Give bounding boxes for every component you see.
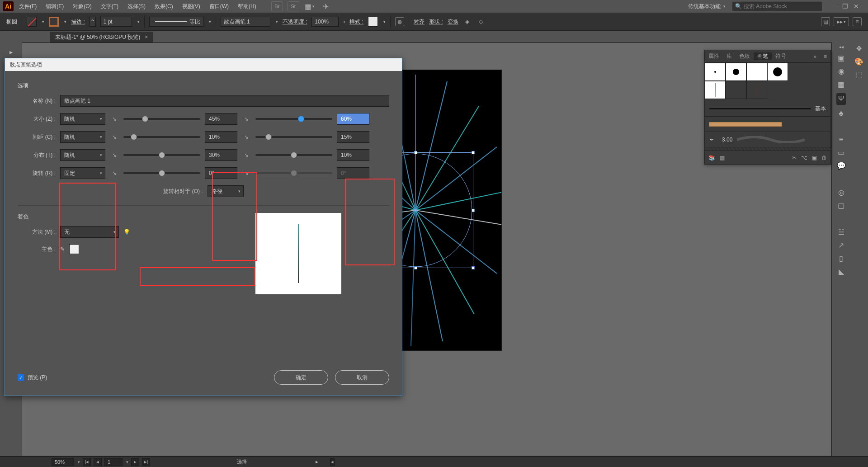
style-label[interactable]: 样式 : — [349, 18, 363, 26]
panel-shape-icon[interactable]: ◣ — [839, 267, 844, 276]
row-mode-dropdown[interactable]: 随机▾ — [60, 149, 105, 161]
menu-effect[interactable]: 效果(C) — [151, 1, 177, 12]
stock-search[interactable]: 🔍 搜索 Adobe Stock — [732, 1, 822, 11]
tab-close-icon[interactable]: × — [145, 34, 148, 40]
flip-icon-2[interactable]: ↘ — [242, 151, 251, 160]
panel-chat-icon[interactable]: 💬 — [837, 161, 846, 170]
ruler-toggle[interactable]: ▸ — [3, 44, 19, 60]
brush-thumb-empty1[interactable] — [726, 81, 746, 99]
window-close-icon[interactable]: ✕ — [854, 3, 859, 10]
value-2[interactable]: 10% — [337, 149, 369, 161]
brush-delete-icon[interactable]: 🗑 — [821, 155, 827, 161]
brush-thumb-empty2[interactable] — [746, 81, 767, 99]
brush-lib2-icon[interactable]: ▥ — [720, 155, 725, 161]
panel-symbols-icon[interactable]: ♣ — [839, 109, 844, 118]
zoom-value[interactable]: 50% — [52, 458, 74, 466]
arrange-docs-icon[interactable]: ▦ ▾ — [304, 1, 316, 11]
artboard-current[interactable]: 1 — [104, 458, 123, 466]
panel-collapse-icon[interactable]: ◂◂ — [839, 44, 844, 49]
brush-thumb-3[interactable] — [746, 63, 767, 81]
flip-icon-2[interactable]: ↘ — [242, 114, 251, 123]
preview-checkbox[interactable]: ✓ 预览 (P) — [18, 374, 47, 382]
panel-appear-icon[interactable]: ◎ — [838, 188, 844, 197]
panel-gstyles-icon[interactable]: ▢ — [838, 201, 844, 210]
brush-row-basic[interactable]: 基本 — [705, 101, 830, 116]
menu-edit[interactable]: 编辑(E) — [42, 1, 67, 12]
brush-thumb-2[interactable] — [726, 63, 746, 81]
brush-remove-icon[interactable]: ✂ — [792, 155, 797, 161]
menu-window[interactable]: 窗口(W) — [206, 1, 232, 12]
menu-help[interactable]: 帮助(H) — [234, 1, 260, 12]
artboard-prev-icon[interactable]: ◂ — [94, 458, 102, 466]
panel2-cg-icon[interactable]: ⬚ — [856, 71, 863, 79]
slider-1[interactable] — [123, 154, 200, 156]
brush-options-icon[interactable]: ⌥ — [801, 155, 807, 161]
bridge-icon[interactable]: Br — [271, 1, 283, 11]
ok-button[interactable]: 确定 — [274, 370, 328, 385]
menu-select[interactable]: 选择(S) — [124, 1, 149, 12]
flip-icon[interactable]: ↘ — [110, 114, 119, 123]
panel-menu-icon[interactable]: ≡ — [820, 53, 830, 60]
brush-thumb-4[interactable] — [767, 63, 788, 81]
slider-1[interactable] — [123, 136, 200, 138]
stroke-label[interactable]: 描边 : — [71, 18, 85, 26]
stroke-weight[interactable]: 1 pt — [100, 17, 132, 27]
value-1[interactable]: 0° — [205, 167, 237, 179]
menu-view[interactable]: 视图(V) — [179, 1, 204, 12]
menu-type[interactable]: 文字(T) — [97, 1, 122, 12]
style-swatch[interactable] — [368, 17, 378, 27]
shape-label[interactable]: 形状 : — [429, 18, 443, 26]
panel-brushes-icon[interactable]: Ψ — [836, 93, 846, 105]
flip-icon-2[interactable]: ↘ — [242, 132, 251, 142]
hscroll-left[interactable]: ◂ — [330, 458, 335, 466]
key-color-swatch[interactable] — [69, 244, 79, 254]
panel-gradient-icon[interactable]: ▭ — [838, 148, 844, 157]
panel-swatches-icon[interactable]: ▦ — [838, 80, 844, 89]
row-mode-dropdown[interactable]: 随机▾ — [60, 131, 105, 143]
opacity-label[interactable]: 不透明度 : — [283, 18, 307, 26]
panel-artb-icon[interactable]: ▯ — [839, 254, 843, 263]
panel-tab-swatch[interactable]: 色板 — [736, 52, 754, 60]
document-tab[interactable]: 未标题-1* @ 50% (RGB/GPU 预览) × — [50, 32, 153, 42]
gpu-icon[interactable]: ✈ — [320, 1, 332, 11]
profile-dropdown[interactable]: 等比 — [149, 17, 203, 27]
value-2[interactable]: 15% — [337, 131, 369, 143]
fill-swatch[interactable] — [27, 17, 37, 27]
rotate-rel-dropdown[interactable]: 路径▾ — [208, 185, 244, 197]
eyedropper-icon[interactable]: ✎ — [60, 246, 65, 252]
stroke-swatch[interactable] — [49, 17, 59, 27]
method-dropdown[interactable]: 无▾ — [60, 226, 119, 238]
recolor-icon[interactable]: ◍ — [395, 17, 404, 26]
prefs-icon[interactable]: ▤ — [821, 17, 830, 26]
panel-cclib-icon[interactable]: ◉ — [838, 67, 844, 75]
value-2[interactable]: 60% — [337, 113, 369, 125]
flip-icon[interactable]: ↘ — [110, 151, 119, 160]
slider-2[interactable] — [255, 154, 332, 156]
row-mode-dropdown[interactable]: 固定▾ — [60, 167, 105, 179]
brush-row-pattern[interactable] — [705, 116, 830, 132]
cancel-button[interactable]: 取消 — [335, 370, 389, 385]
docsetup-icon[interactable]: ▸▸ ▾ — [834, 17, 849, 26]
slider-2[interactable] — [255, 118, 332, 120]
window-restore-icon[interactable]: ❐ — [842, 3, 848, 10]
tip-icon[interactable]: 💡 — [123, 229, 130, 235]
isolate2-icon[interactable]: ◇ — [476, 17, 486, 26]
slider-1[interactable] — [123, 172, 200, 174]
value-1[interactable]: 45% — [205, 113, 237, 125]
flip-icon[interactable]: ↘ — [110, 169, 119, 178]
name-field[interactable]: 散点画笔 1 — [60, 95, 389, 107]
value-1[interactable]: 10% — [205, 131, 237, 143]
workspace-switcher[interactable]: 传统基本功能▾ — [684, 1, 730, 12]
menu-object[interactable]: 对象(O) — [69, 1, 95, 12]
brush-new-icon[interactable]: ▣ — [812, 155, 817, 161]
panel-tab-symbols[interactable]: 符号 — [772, 52, 790, 60]
brush-lib-icon[interactable]: 📚 — [708, 155, 715, 161]
value-1[interactable]: 30% — [205, 149, 237, 161]
panel-tab-libs[interactable]: 库 — [723, 52, 736, 60]
panel2-props-icon[interactable]: ❖ — [856, 44, 862, 53]
isolate-icon[interactable]: ◈ — [463, 17, 472, 26]
transform-label[interactable]: 变换 — [448, 18, 458, 26]
opacity-flyout[interactable]: › — [343, 19, 345, 25]
panel-tab-brushes[interactable]: 画笔 — [754, 52, 772, 60]
panel-layers-icon[interactable]: ☱ — [838, 228, 844, 236]
